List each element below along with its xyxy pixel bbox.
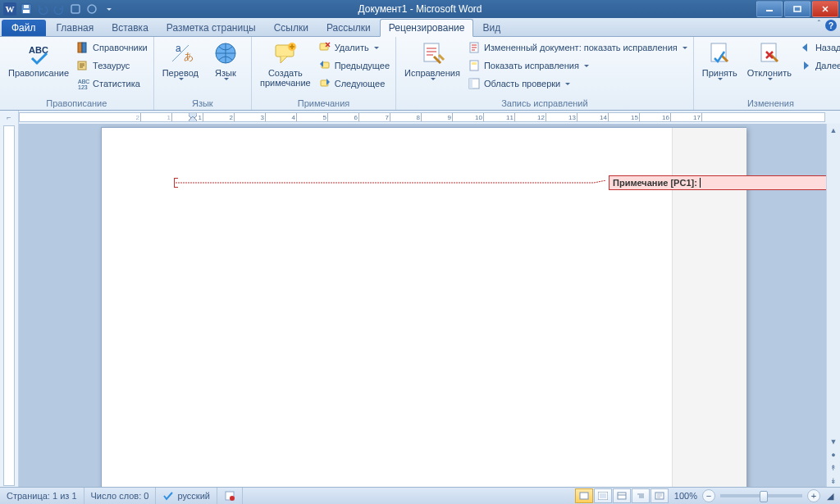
- svg-rect-8: [794, 7, 801, 11]
- thesaurus-button[interactable]: Тезаурус: [74, 57, 150, 75]
- delete-icon: [318, 41, 331, 54]
- page-status[interactable]: Страница: 1 из 1: [0, 488, 84, 504]
- ribbon-tabs: Файл Главная Вставка Разметка страницы С…: [0, 18, 840, 37]
- display-for-review-dropdown[interactable]: Измененный документ: показать исправлени…: [465, 39, 690, 57]
- view-full-screen-button[interactable]: [594, 488, 612, 503]
- file-tab[interactable]: Файл: [2, 20, 46, 36]
- track-changes-icon: [419, 40, 445, 66]
- tab-insert[interactable]: Вставка: [103, 19, 158, 36]
- arrow-right-icon: [799, 59, 812, 72]
- title-bar: W Документ1 - Microsoft Word: [0, 0, 840, 18]
- reject-button[interactable]: Отклонить: [742, 39, 797, 82]
- quick-access-toolbar: W: [0, 2, 115, 16]
- svg-rect-41: [600, 493, 606, 498]
- redo-icon[interactable]: [52, 2, 66, 16]
- horizontal-ruler[interactable]: 21 12345 678910 1112131415 1617: [19, 112, 825, 122]
- maximize-button[interactable]: [784, 1, 810, 17]
- research-button[interactable]: Справочники: [74, 39, 150, 57]
- thesaurus-icon: [76, 59, 89, 72]
- window-title: Документ1 - Microsoft Word: [0, 3, 840, 15]
- accept-button[interactable]: Принять: [697, 39, 742, 82]
- prev-comment-button[interactable]: Предыдущее: [316, 57, 392, 75]
- help-icon[interactable]: ?: [825, 20, 837, 31]
- translate-icon: aあ: [167, 40, 194, 66]
- page[interactable]: Примечание [PC1]:: [101, 127, 746, 488]
- wordcount-icon: ABC123: [76, 77, 89, 90]
- next-change-button[interactable]: Далее: [797, 57, 840, 75]
- next-comment-button[interactable]: Следующее: [316, 75, 392, 93]
- globe-icon: [212, 40, 239, 66]
- track-changes-button[interactable]: Исправления: [399, 39, 465, 82]
- ruler-corner[interactable]: ⌐: [0, 111, 19, 124]
- vertical-scrollbar[interactable]: ▲ ▼ ● ↟ ↡: [826, 124, 840, 488]
- status-bar: Страница: 1 из 1 Число слов: 0 русский 1…: [0, 487, 840, 504]
- qat-icon-2[interactable]: [85, 2, 98, 16]
- undo-icon[interactable]: [36, 2, 49, 16]
- previous-change-button[interactable]: Назад: [797, 39, 840, 57]
- svg-rect-4: [24, 5, 29, 8]
- qat-dropdown-icon[interactable]: [102, 2, 115, 16]
- word-count-status[interactable]: Число слов: 0: [84, 488, 157, 504]
- svg-text:ABC: ABC: [78, 79, 89, 84]
- spelling-label: Правописание: [8, 68, 69, 78]
- zoom-in-button[interactable]: +: [807, 489, 820, 502]
- prev-page-icon[interactable]: ↟: [827, 461, 840, 474]
- word-app-icon[interactable]: W: [3, 2, 16, 16]
- minimize-button[interactable]: [756, 1, 783, 17]
- wordcount-button[interactable]: ABC123Статистика: [74, 75, 150, 93]
- tab-mailings[interactable]: Рассылки: [317, 19, 380, 36]
- horizontal-ruler-row: ⌐ 21 12345 678910 1112131415 1617: [0, 111, 840, 125]
- minimize-ribbon-icon[interactable]: ˆ: [818, 20, 820, 31]
- workspace: Примечание [PC1]: ▲ ▼ ● ↟ ↡: [0, 124, 840, 488]
- arrow-left-icon: [799, 41, 812, 54]
- zoom-slider[interactable]: [720, 494, 802, 497]
- tab-home[interactable]: Главная: [48, 19, 103, 36]
- show-markup-dropdown[interactable]: Показать исправления: [465, 57, 690, 75]
- scroll-down-icon[interactable]: ▼: [827, 435, 840, 448]
- scroll-up-icon[interactable]: ▲: [827, 124, 840, 137]
- svg-rect-28: [469, 79, 472, 89]
- markup-icon: [468, 59, 481, 72]
- reviewing-pane-dropdown[interactable]: Область проверки: [465, 75, 690, 93]
- indent-marker-icon[interactable]: [189, 112, 197, 122]
- zoom-level[interactable]: 100%: [674, 491, 697, 501]
- save-icon[interactable]: [20, 2, 33, 16]
- object-browse-icon[interactable]: ●: [827, 448, 840, 461]
- svg-rect-42: [618, 493, 626, 499]
- new-comment-button[interactable]: Создать примечание: [255, 39, 316, 89]
- tab-view[interactable]: Вид: [473, 19, 509, 36]
- proofing-status[interactable]: русский: [156, 488, 217, 504]
- next-page-icon[interactable]: ↡: [827, 474, 840, 488]
- svg-text:あ: あ: [184, 51, 194, 62]
- qat-icon[interactable]: [69, 2, 82, 16]
- group-language: aあ Перевод Язык Язык: [154, 37, 252, 110]
- vertical-ruler[interactable]: [0, 124, 19, 488]
- spelling-icon: ABC: [25, 40, 52, 66]
- language-button[interactable]: Язык: [203, 39, 248, 82]
- comment-balloon[interactable]: Примечание [PC1]:: [609, 175, 826, 190]
- proofing-check-icon: [162, 490, 174, 502]
- document-area[interactable]: Примечание [PC1]:: [19, 124, 826, 488]
- new-comment-icon: [272, 40, 299, 66]
- comment-connector-line: [176, 180, 606, 188]
- delete-comment-button[interactable]: Удалить: [316, 39, 392, 57]
- zoom-out-button[interactable]: −: [702, 489, 715, 502]
- tab-review[interactable]: Рецензирование: [380, 19, 474, 37]
- translate-button[interactable]: aあ Перевод: [158, 39, 203, 82]
- tab-references[interactable]: Ссылки: [265, 19, 317, 36]
- view-print-layout-button[interactable]: [575, 488, 593, 503]
- resize-grip-icon[interactable]: ◢: [824, 491, 837, 502]
- svg-text:123: 123: [78, 84, 88, 90]
- view-web-button[interactable]: [613, 488, 631, 503]
- svg-point-6: [88, 5, 96, 13]
- view-draft-button[interactable]: [651, 488, 669, 503]
- tab-layout[interactable]: Разметка страницы: [158, 19, 265, 36]
- svg-rect-25: [470, 61, 478, 70]
- close-button[interactable]: [812, 1, 838, 17]
- spelling-button[interactable]: ABC Правописание: [3, 39, 74, 79]
- macro-status[interactable]: [217, 488, 243, 504]
- svg-rect-5: [71, 5, 80, 13]
- view-outline-button[interactable]: [632, 488, 650, 503]
- book-icon: [76, 41, 89, 54]
- prev-icon: [318, 59, 331, 72]
